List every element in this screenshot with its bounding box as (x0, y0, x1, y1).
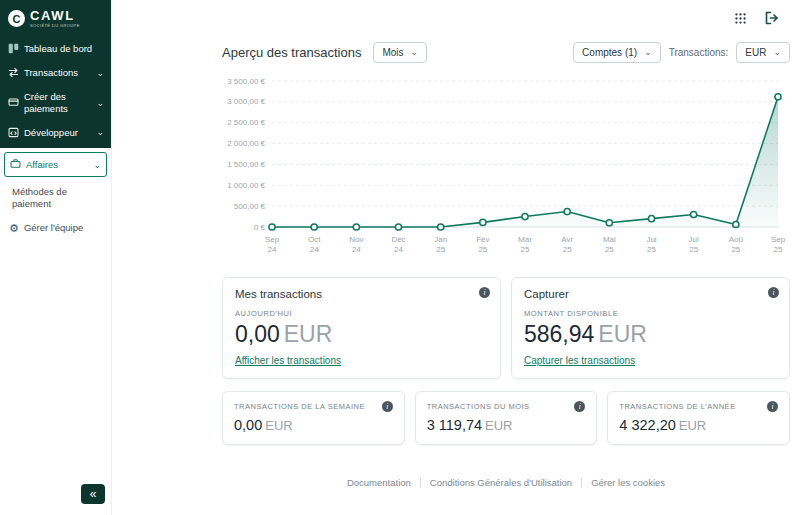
summary-cards-row: Mes transactions i AUJOURD'HUI 0,00EUR A… (222, 277, 790, 379)
sidebar-item-label: Créer des paiements (24, 91, 91, 115)
sidebar-collapse-button[interactable]: « (81, 484, 105, 504)
svg-text:Fév: Fév (476, 235, 489, 244)
transactions-chart[interactable]: 0 €500,00 €1 000,00 €1 500,00 €2 000,00 … (222, 69, 790, 261)
svg-text:Avr: Avr (561, 235, 573, 244)
card-label: MONTANT DISPONIBLE (524, 309, 777, 318)
chevron-down-icon: ⌄ (411, 50, 419, 55)
currency-select[interactable]: EUR ⌄ (736, 42, 790, 63)
year-transactions-card: TRANSACTIONS DE L'ANNÉE i 4 322,20EUR (607, 391, 790, 445)
sidebar-item-label: Gérer l'équipe (24, 222, 83, 233)
amount-value: 0,00 (234, 417, 262, 433)
sidebar-top-section: C CAWL SOCIÉTÉ DU GROUPE Tableau de bord… (0, 0, 111, 148)
stat-label: TRANSACTIONS DU MOIS (427, 401, 530, 412)
info-icon[interactable]: i (382, 401, 393, 412)
stat-header: TRANSACTIONS DE L'ANNÉE i (619, 401, 778, 412)
svg-text:Déc: Déc (391, 235, 405, 244)
svg-text:Oct: Oct (308, 235, 321, 244)
brand-name: CAWL (30, 9, 80, 23)
brand-logo[interactable]: C CAWL SOCIÉTÉ DU GROUPE (0, 0, 111, 37)
brand-tagline: SOCIÉTÉ DU GROUPE (30, 24, 80, 28)
chevron-down-icon: ⌄ (93, 162, 101, 168)
cawl-logo-icon: C (8, 10, 25, 27)
svg-text:3 500,00 €: 3 500,00 € (227, 77, 265, 86)
brand-text: CAWL SOCIÉTÉ DU GROUPE (30, 9, 80, 29)
capture-card: Capturer i MONTANT DISPONIBLE 586,94EUR … (511, 277, 790, 379)
svg-text:24: 24 (394, 245, 403, 254)
accounts-select-value: Comptes (1) (582, 47, 637, 58)
create-payment-icon (7, 97, 19, 109)
sidebar-item-label: Transactions (24, 67, 91, 79)
chevron-down-icon: ⌄ (96, 70, 104, 76)
month-transactions-card: TRANSACTIONS DU MOIS i 3 119,74EUR (415, 391, 598, 445)
sidebar: C CAWL SOCIÉTÉ DU GROUPE Tableau de bord… (0, 0, 112, 515)
my-transactions-card: Mes transactions i AUJOURD'HUI 0,00EUR A… (222, 277, 501, 379)
sidebar-item-affaires-selected[interactable]: Affaires ⌄ (4, 152, 107, 177)
accounts-select[interactable]: Comptes (1) ⌄ (573, 42, 661, 63)
svg-text:25: 25 (605, 245, 614, 254)
sidebar-bottom-section: Affaires ⌄ Méthodes de paiement ⚙ Gérer … (0, 148, 111, 515)
info-icon[interactable]: i (479, 287, 490, 298)
amount-currency: EUR (284, 321, 333, 347)
amount-value: 0,00 (235, 321, 280, 347)
stat-amount: 3 119,74EUR (427, 417, 586, 433)
amount-value: 3 119,74 (427, 417, 482, 433)
svg-text:25: 25 (478, 245, 487, 254)
stat-amount: 0,00EUR (234, 417, 393, 433)
stat-header: TRANSACTIONS DE LA SEMAINE i (234, 401, 393, 412)
svg-text:Jul: Jul (689, 235, 699, 244)
svg-text:Sep: Sep (265, 235, 280, 244)
card-title: Capturer (524, 288, 777, 300)
chevron-down-icon: ⌄ (773, 50, 781, 55)
code-icon (7, 126, 19, 138)
sidebar-item-label: Développeur (24, 127, 91, 139)
sidebar-item-gerer-equipe[interactable]: ⚙ Gérer l'équipe (0, 216, 111, 239)
svg-text:25: 25 (563, 245, 572, 254)
amount-currency: EUR (485, 418, 512, 433)
amount-currency: EUR (265, 418, 292, 433)
svg-text:25: 25 (521, 245, 530, 254)
footer-link-cookies[interactable]: Gérer les cookies (591, 477, 665, 488)
chevron-down-icon: ⌄ (96, 100, 104, 106)
chevron-down-icon: ⌄ (644, 50, 652, 55)
amount-value: 586,94 (524, 321, 594, 347)
show-transactions-link[interactable]: Afficher les transactions (235, 355, 341, 366)
card-amount: 586,94EUR (524, 321, 777, 348)
stats-cards-row: TRANSACTIONS DE LA SEMAINE i 0,00EUR TRA… (222, 391, 790, 445)
card-title: Mes transactions (235, 288, 488, 300)
footer-link-conditions[interactable]: Conditions Générales d'Utilisation (430, 477, 572, 488)
capture-transactions-link[interactable]: Capturer les transactions (524, 355, 635, 366)
card-amount: 0,00EUR (235, 321, 488, 348)
svg-text:2 000,00 €: 2 000,00 € (227, 139, 265, 148)
sidebar-item-label: Affaires (26, 159, 58, 170)
amount-currency: EUR (679, 418, 706, 433)
card-label: AUJOURD'HUI (235, 309, 488, 318)
amount-currency: EUR (598, 321, 647, 347)
svg-text:500,00 €: 500,00 € (234, 202, 266, 211)
logout-icon[interactable] (764, 10, 780, 26)
period-select[interactable]: Mois ⌄ (373, 42, 427, 63)
info-icon[interactable]: i (767, 401, 778, 412)
week-transactions-card: TRANSACTIONS DE LA SEMAINE i 0,00EUR (222, 391, 405, 445)
svg-text:24: 24 (352, 245, 361, 254)
svg-text:1 500,00 €: 1 500,00 € (227, 160, 265, 169)
apps-grid-icon[interactable] (732, 10, 748, 26)
info-icon[interactable]: i (574, 401, 585, 412)
svg-text:25: 25 (436, 245, 445, 254)
header-controls: Comptes (1) ⌄ Transactions: EUR ⌄ (573, 42, 790, 63)
svg-text:0 €: 0 € (254, 223, 266, 232)
svg-text:Nov: Nov (349, 235, 363, 244)
page-title: Aperçu des transactions (222, 45, 361, 60)
sidebar-item-developpeur[interactable]: Développeur ⌄ (0, 120, 111, 144)
sidebar-item-creer-des-paiements[interactable]: Créer des paiements ⌄ (0, 85, 111, 121)
footer-link-documentation[interactable]: Documentation (347, 477, 411, 488)
sidebar-subitem-methodes-de-paiement[interactable]: Méthodes de paiement (0, 179, 111, 216)
svg-text:Sep: Sep (771, 235, 786, 244)
sidebar-item-transactions[interactable]: Transactions ⌄ (0, 61, 111, 85)
svg-text:1 000,00 €: 1 000,00 € (227, 181, 265, 190)
svg-text:3 000,00 €: 3 000,00 € (227, 97, 265, 106)
info-icon[interactable]: i (768, 287, 779, 298)
svg-text:Mai: Mai (603, 235, 616, 244)
dashboard-icon (7, 43, 19, 55)
amount-value: 4 322,20 (619, 417, 675, 433)
sidebar-item-tableau-de-bord[interactable]: Tableau de bord (0, 37, 111, 61)
